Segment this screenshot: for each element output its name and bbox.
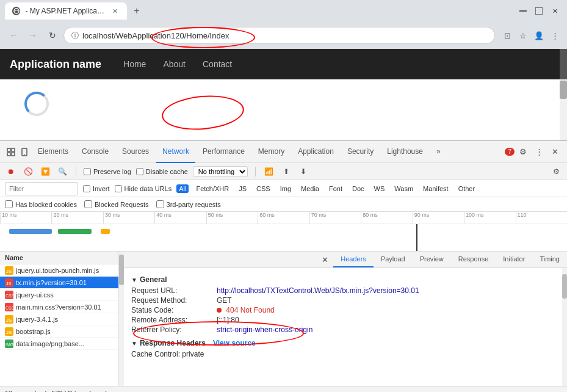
- file-list-header: Name: [0, 252, 118, 264]
- devtools-more-button[interactable]: ⋮: [532, 145, 546, 159]
- preserve-log-checkbox[interactable]: Preserve log: [84, 168, 131, 175]
- filter-manifest[interactable]: Manifest: [421, 184, 451, 193]
- view-source-link[interactable]: View source: [213, 339, 256, 347]
- filter-ws[interactable]: WS: [372, 184, 388, 193]
- filter-font[interactable]: Font: [327, 184, 345, 193]
- preserve-log-input[interactable]: [84, 168, 91, 175]
- menu-button[interactable]: ⋮: [547, 28, 562, 43]
- blocked-requests-label[interactable]: Blocked Requests: [84, 200, 149, 208]
- forward-button[interactable]: →: [24, 27, 42, 44]
- disable-cache-input[interactable]: [136, 168, 143, 175]
- detail-tab-preview[interactable]: Preview: [413, 252, 451, 267]
- settings2-button[interactable]: ⚙: [550, 165, 562, 178]
- devtools-device-button[interactable]: [18, 146, 31, 158]
- detail-tab-initiator[interactable]: Initiator: [496, 252, 532, 267]
- reload-button[interactable]: ↻: [44, 27, 61, 44]
- file-icon-jquery: JS: [5, 315, 13, 324]
- active-tab[interactable]: - My ASP.NET Application ✕: [5, 2, 127, 20]
- blocked-cookies-input[interactable]: [5, 200, 13, 208]
- file-item-tx[interactable]: JS tx.min.js?version=30.01: [0, 277, 118, 289]
- devtools-close-button[interactable]: ✕: [547, 145, 562, 159]
- third-party-label[interactable]: 3rd-party requests: [156, 200, 221, 208]
- lock-icon: ⓘ: [71, 31, 79, 41]
- file-item-main-css[interactable]: CSS main.min.css?version=30.01: [0, 301, 118, 313]
- filter-input[interactable]: [5, 182, 78, 195]
- url-text: localhost/WebApplication120/Home/Index: [82, 31, 487, 40]
- hide-data-urls-checkbox[interactable]: Hide data URLs: [115, 185, 172, 192]
- new-tab-button[interactable]: +: [129, 4, 144, 18]
- filter-css[interactable]: CSS: [254, 184, 273, 193]
- upload-button[interactable]: ⬆: [280, 165, 292, 178]
- back-button[interactable]: ←: [5, 27, 22, 44]
- filter-img[interactable]: Img: [278, 184, 294, 193]
- file-item-bootstrap[interactable]: JS bootstrap.js: [0, 325, 118, 338]
- tick-110ms: 110: [516, 212, 567, 223]
- tick-30ms: 30 ms: [103, 212, 154, 223]
- nav-link-contact[interactable]: Contact: [195, 54, 239, 74]
- tab-sources[interactable]: Sources: [116, 141, 155, 163]
- maximize-button[interactable]: [532, 4, 546, 18]
- record-button[interactable]: ⏺: [5, 165, 17, 178]
- tab-console[interactable]: Console: [76, 141, 115, 163]
- tick-50ms: 50 ms: [206, 212, 258, 223]
- file-list-scrollbar[interactable]: [119, 252, 124, 386]
- filter-other[interactable]: Other: [456, 184, 478, 193]
- devtools-panel: Elements Console Sources Network Perform…: [0, 140, 567, 392]
- download-button[interactable]: ⬇: [297, 165, 309, 178]
- third-party-input[interactable]: [156, 200, 164, 208]
- filter-all[interactable]: All: [176, 184, 189, 193]
- tab-memory[interactable]: Memory: [252, 141, 291, 163]
- filter-js[interactable]: JS: [236, 184, 249, 193]
- response-headers-section-header[interactable]: ▼ Response Headers View source: [131, 339, 555, 347]
- devtools-settings-button[interactable]: ⚙: [516, 145, 530, 159]
- tab-application[interactable]: Application: [292, 141, 340, 163]
- request-method-key: Request Method:: [131, 296, 217, 305]
- clear-button[interactable]: 🚫: [22, 165, 34, 178]
- filter-doc[interactable]: Doc: [350, 184, 367, 193]
- detail-tab-headers[interactable]: Headers: [333, 252, 374, 267]
- detail-tab-response[interactable]: Response: [451, 252, 496, 267]
- url-bar[interactable]: ⓘ localhost/WebApplication120/Home/Index: [63, 27, 495, 44]
- filter-wasm[interactable]: Wasm: [392, 184, 416, 193]
- blocked-cookies-label[interactable]: Has blocked cookies: [5, 200, 77, 208]
- filter-media[interactable]: Media: [298, 184, 322, 193]
- file-item-jquery-touch[interactable]: JS jquery.ui.touch-punch.min.js: [0, 264, 118, 277]
- tab-performance[interactable]: Performance: [197, 141, 251, 163]
- invert-input[interactable]: [83, 185, 90, 192]
- file-item-jquery-ui-css[interactable]: CSS jquery-ui.css: [0, 289, 118, 301]
- file-item-jquery[interactable]: JS jquery-3.4.1.js: [0, 313, 118, 325]
- bookmark-button[interactable]: ☆: [516, 28, 530, 43]
- loading-spinner: [24, 92, 49, 116]
- throttle-select[interactable]: No throttling: [193, 166, 248, 177]
- detail-scrollbar[interactable]: [562, 268, 567, 386]
- hide-data-urls-input[interactable]: [115, 185, 122, 192]
- tab-security[interactable]: Security: [341, 141, 380, 163]
- svg-text:CSS: CSS: [5, 294, 13, 298]
- invert-checkbox[interactable]: Invert: [83, 185, 110, 192]
- nav-link-home[interactable]: Home: [116, 54, 153, 74]
- detail-panel-container: ✕ Headers Payload Preview Response Initi…: [124, 252, 567, 386]
- close-window-button[interactable]: ✕: [547, 4, 562, 18]
- tab-close-button[interactable]: ✕: [110, 6, 120, 16]
- search-button[interactable]: 🔍: [56, 165, 68, 178]
- filter-button[interactable]: 🔽: [39, 165, 51, 178]
- blocked-requests-input[interactable]: [84, 200, 92, 208]
- nav-link-about[interactable]: About: [156, 54, 193, 74]
- detail-close-button[interactable]: ✕: [317, 253, 333, 267]
- tab-network[interactable]: Network: [156, 141, 195, 163]
- minimize-button[interactable]: [516, 4, 530, 18]
- file-item-data-image[interactable]: IMG data:image/png;base...: [0, 338, 118, 350]
- tab-elements[interactable]: Elements: [32, 141, 74, 163]
- profile-button[interactable]: 👤: [532, 28, 546, 43]
- status-code-row: Status Code: 404 Not Found: [131, 306, 555, 314]
- tab-more[interactable]: »: [430, 141, 447, 163]
- disable-cache-checkbox[interactable]: Disable cache: [136, 168, 188, 175]
- cast-button[interactable]: ⊡: [500, 28, 515, 43]
- devtools-inspect-button[interactable]: [5, 146, 17, 158]
- detail-tab-timing[interactable]: Timing: [532, 252, 567, 267]
- request-method-value: GET: [217, 296, 232, 305]
- general-section-header[interactable]: ▼ General: [131, 275, 555, 284]
- detail-tab-payload[interactable]: Payload: [374, 252, 413, 267]
- filter-fetch-xhr[interactable]: Fetch/XHR: [193, 184, 231, 193]
- tab-lighthouse[interactable]: Lighthouse: [381, 141, 429, 163]
